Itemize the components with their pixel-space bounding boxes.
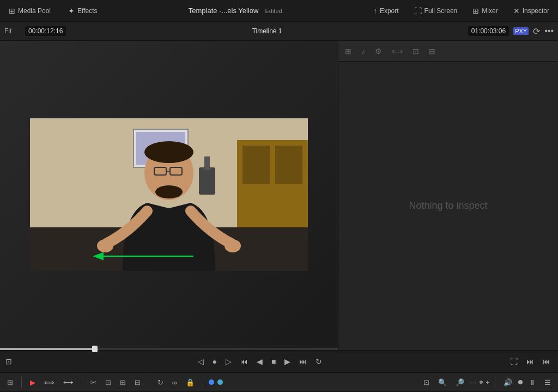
export-icon: ↑ (373, 7, 377, 15)
edit-toolbar: ⊞ ▶ ⟺ ⟷ ✂ ⊡ ⊞ ⊟ ↻ ∞ 🔒 ⊡ 🔍 🔎 — + 🔊 ⏸ ☰ (0, 373, 558, 392)
transport-bar: ⊡ ◁ ● ▷ ⏮ ◀ ■ ▶ ⏭ ↻ ⛶ ⏭ ⏮ (0, 350, 558, 373)
settings-icon[interactable]: ☰ (542, 377, 554, 388)
effects-icon: ✦ (68, 7, 75, 15)
audio-tab-icon[interactable]: ♪ (361, 47, 365, 56)
media-pool-button[interactable]: ⊞ Media Pool (5, 4, 54, 17)
loop-icon[interactable]: ⟳ (533, 26, 540, 37)
prev-frame-button[interactable]: ● (210, 355, 219, 368)
mixer-button[interactable]: ⊞ Mixer (469, 4, 501, 17)
select-tool-button[interactable]: ▶ (27, 377, 38, 388)
loop-button[interactable]: ↻ (313, 355, 324, 368)
full-screen-icon: ⛶ (414, 7, 422, 15)
video-tab-icon[interactable]: ⊞ (345, 47, 351, 56)
fit-label: Fit (4, 27, 21, 35)
video-preview (0, 41, 338, 350)
zoom-out-button[interactable]: 🔎 (453, 377, 467, 388)
nav-right: ↑ Export ⛶ Full Screen ⊞ Mixer ✕ Inspect… (370, 4, 553, 17)
blue-indicator (209, 379, 214, 385)
timecode-start[interactable]: 00:00:12:16 (25, 26, 66, 36)
main-area: ⊞ ♪ ⚙ ⟺ ⊡ ⊟ Nothing to inspect (0, 41, 558, 350)
image-tab-icon[interactable]: ⊡ (413, 47, 419, 56)
lock-button[interactable]: 🔒 (183, 377, 197, 388)
scrub-bar[interactable] (0, 348, 338, 350)
svg-rect-17 (204, 156, 210, 170)
monitor-icon: ⊡ (5, 357, 12, 366)
snap-button[interactable]: ↻ (155, 377, 166, 388)
svg-rect-4 (275, 146, 302, 184)
clip-search-button[interactable]: ⊡ (421, 377, 432, 388)
skip-back-button[interactable]: ◁ (196, 355, 206, 368)
proxy-icon: PXY (513, 27, 529, 35)
svg-point-13 (155, 185, 183, 198)
fullscreen-video-button[interactable]: ⛶ (508, 355, 520, 368)
video-placeholder (0, 41, 338, 348)
zoom-dash: — (470, 379, 476, 385)
effects-button[interactable]: ✦ Effects (65, 4, 100, 17)
inspector-content: Nothing to inspect (338, 62, 558, 350)
zoom-in-button[interactable]: 🔍 (435, 377, 450, 388)
toolbar-separator-3 (149, 377, 149, 388)
audio-level-icon[interactable]: 🔊 (501, 377, 515, 388)
skip-start-button[interactable]: ⏮ (238, 355, 250, 368)
dynamic-trim-button[interactable]: ⟷ (60, 377, 76, 388)
append-button[interactable]: ⊟ (132, 377, 143, 388)
inspector-panel: ⊞ ♪ ⚙ ⟺ ⊡ ⊟ Nothing to inspect (338, 41, 558, 350)
video-frame (30, 118, 308, 271)
prev-clip-button[interactable]: ⏮ (541, 355, 553, 368)
timeline-header: Fit 00:00:12:16 Timeline 1 01:00:03:06 P… (0, 22, 558, 41)
inspector-icon: ✕ (513, 7, 520, 15)
timeline-name: Timeline 1 (70, 27, 463, 35)
toolbar-separator-5 (495, 377, 495, 388)
timecode-current[interactable]: 01:00:03:06 (468, 26, 509, 36)
file-tab-icon[interactable]: ⊟ (429, 47, 435, 56)
video-canvas (0, 41, 338, 348)
more-options-icon[interactable]: ••• (544, 26, 554, 36)
skip-end-button[interactable]: ⏭ (297, 355, 309, 368)
scrub-progress (0, 348, 95, 350)
mixer-icon: ⊞ (472, 7, 479, 15)
svg-point-15 (225, 239, 241, 252)
play-button[interactable]: ▶ (282, 355, 293, 368)
nav-left: ⊞ Media Pool ✦ Effects (5, 4, 101, 17)
svg-rect-16 (199, 167, 215, 195)
project-title: Template -...els Yellow (189, 7, 259, 15)
inspector-icon-bar: ⊞ ♪ ⚙ ⟺ ⊡ ⊟ (338, 41, 558, 62)
blade-tool-button[interactable]: ✂ (88, 377, 99, 388)
next-clip-button[interactable]: ⏭ (524, 355, 536, 368)
transitions-tab-icon[interactable]: ⟺ (392, 47, 403, 56)
play-back-button[interactable]: ◀ (254, 355, 265, 368)
zoom-plus: + (486, 379, 489, 385)
svg-rect-3 (242, 146, 270, 184)
erase-tool-button[interactable]: ⊡ (102, 377, 114, 388)
inspector-button[interactable]: ✕ Inspector (510, 4, 553, 17)
svg-point-14 (97, 239, 113, 252)
effects-tab-icon[interactable]: ⚙ (375, 47, 382, 56)
link-button[interactable]: ∞ (169, 377, 180, 388)
stop-button[interactable]: ■ (269, 355, 278, 368)
trim-tool-button[interactable]: ⟺ (41, 377, 57, 388)
toolbar-separator-4 (203, 377, 203, 388)
export-button[interactable]: ↑ Export (370, 4, 402, 17)
scrub-handle[interactable] (92, 346, 98, 352)
toolbar-separator-1 (21, 377, 22, 388)
edited-badge: Edited (265, 8, 282, 14)
pause-tracks-button[interactable]: ⏸ (526, 377, 538, 388)
timeline-view-icon[interactable]: ⊞ (4, 377, 16, 388)
zoom-slider-handle[interactable] (480, 381, 483, 384)
nothing-to-inspect-text: Nothing to inspect (409, 200, 487, 212)
audio-knob[interactable] (518, 380, 523, 384)
top-navigation: ⊞ Media Pool ✦ Effects Template -...els … (0, 0, 558, 22)
nav-center: Template -...els Yellow Edited (112, 7, 359, 15)
media-pool-icon: ⊞ (9, 7, 15, 15)
teal-indicator (217, 379, 223, 385)
next-frame-button[interactable]: ▷ (223, 355, 234, 368)
insert-button[interactable]: ⊞ (117, 377, 129, 388)
svg-point-12 (144, 141, 193, 163)
toolbar-separator-2 (82, 377, 82, 388)
full-screen-button[interactable]: ⛶ Full Screen (411, 4, 461, 17)
